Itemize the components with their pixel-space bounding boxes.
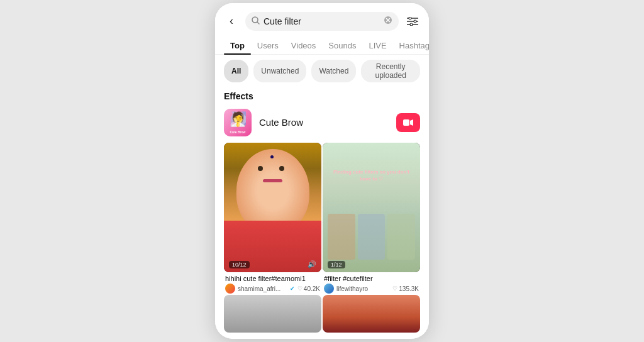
search-icon bbox=[252, 16, 260, 26]
filter-button[interactable] bbox=[404, 13, 421, 30]
username-1: shamima_afri... bbox=[238, 285, 287, 292]
video-card-3[interactable] bbox=[224, 295, 321, 333]
back-button[interactable]: ‹ bbox=[223, 13, 240, 30]
video-desc-1: hihihi cute filter#teamomi1 bbox=[225, 275, 320, 282]
avatar-1 bbox=[225, 284, 235, 294]
phone-shell: ‹ Cute filter bbox=[215, 3, 429, 339]
tab-users[interactable]: Users bbox=[251, 36, 285, 54]
likes-count-2: 135.3K bbox=[399, 285, 419, 292]
heart-icon-1: ♡ bbox=[297, 285, 303, 292]
video-meta-1: hihihi cute filter#teamomi1 shamima_afri… bbox=[224, 272, 321, 294]
clear-button[interactable] bbox=[384, 16, 392, 27]
svg-point-8 bbox=[409, 17, 411, 19]
likes-1: ♡ 40.2K bbox=[297, 285, 320, 292]
video-grid-bottom bbox=[215, 294, 429, 339]
svg-line-1 bbox=[257, 22, 259, 24]
pill-recently-uploaded[interactable]: Recently uploaded bbox=[361, 60, 420, 82]
avatar-2 bbox=[324, 284, 334, 294]
video-card-4[interactable] bbox=[323, 295, 420, 333]
likes-2: ♡ 135.3K bbox=[392, 285, 419, 292]
tab-top[interactable]: Top bbox=[224, 36, 251, 54]
effects-section-title: Effects bbox=[215, 87, 429, 104]
header: ‹ Cute filter bbox=[215, 3, 429, 36]
video-user-row-2: lifewithayro ♡ 135.3K bbox=[324, 284, 419, 294]
tab-hashtags[interactable]: Hashtags bbox=[393, 36, 429, 54]
likes-count-1: 40.2K bbox=[304, 285, 320, 292]
effect-record-button[interactable] bbox=[396, 113, 420, 132]
username-2: lifewithayro bbox=[336, 285, 390, 292]
video-desc-2: #filter #cutefilter bbox=[324, 275, 419, 282]
search-input[interactable]: Cute filter bbox=[264, 16, 380, 26]
svg-rect-11 bbox=[403, 119, 409, 126]
video-meta-2: #filter #cutefilter lifewithayro ♡ 135.3… bbox=[323, 272, 420, 294]
video-user-row-1: shamima_afri... ✔ ♡ 40.2K bbox=[225, 284, 320, 294]
video-overlay-text: Finding cute filters so you don't have t… bbox=[333, 168, 411, 182]
search-bar[interactable]: Cute filter bbox=[245, 12, 399, 31]
tab-videos[interactable]: Videos bbox=[285, 36, 323, 54]
video-card-1[interactable]: 10/12 🔊 hihihi cute filter#teamomi1 sham… bbox=[224, 143, 321, 294]
tabs-bar: Top Users Videos Sounds LIVE Hashtags bbox=[215, 36, 429, 55]
video-badge-1: 10/12 bbox=[229, 261, 250, 268]
effect-thumbnail: 🧖 Cute Brow bbox=[224, 109, 252, 136]
svg-point-9 bbox=[414, 20, 416, 23]
video-card-2[interactable]: Finding cute filters so you don't have t… bbox=[323, 143, 420, 294]
video-thumbnail-2[interactable]: Finding cute filters so you don't have t… bbox=[323, 143, 420, 273]
effect-row: 🧖 Cute Brow Cute Brow bbox=[215, 104, 429, 141]
effect-name: Cute Brow bbox=[252, 117, 396, 128]
tab-live[interactable]: LIVE bbox=[362, 36, 392, 54]
pill-unwatched[interactable]: Unwatched bbox=[253, 60, 306, 82]
heart-icon-2: ♡ bbox=[392, 285, 397, 292]
pill-watched[interactable]: Watched bbox=[311, 60, 356, 82]
effect-thumb-label: Cute Brow bbox=[230, 130, 246, 135]
video-thumbnail-1[interactable]: 10/12 🔊 bbox=[224, 143, 321, 273]
svg-marker-12 bbox=[410, 119, 413, 126]
tab-sounds[interactable]: Sounds bbox=[322, 36, 362, 54]
video-sound-1: 🔊 bbox=[308, 260, 316, 268]
svg-point-10 bbox=[410, 23, 413, 26]
video-badge-2: 1/12 bbox=[328, 261, 345, 268]
filter-pills: All Unwatched Watched Recently uploaded bbox=[215, 55, 429, 87]
pill-all[interactable]: All bbox=[224, 60, 248, 82]
verified-icon-1: ✔ bbox=[290, 285, 295, 292]
video-grid: 10/12 🔊 hihihi cute filter#teamomi1 sham… bbox=[215, 143, 429, 294]
